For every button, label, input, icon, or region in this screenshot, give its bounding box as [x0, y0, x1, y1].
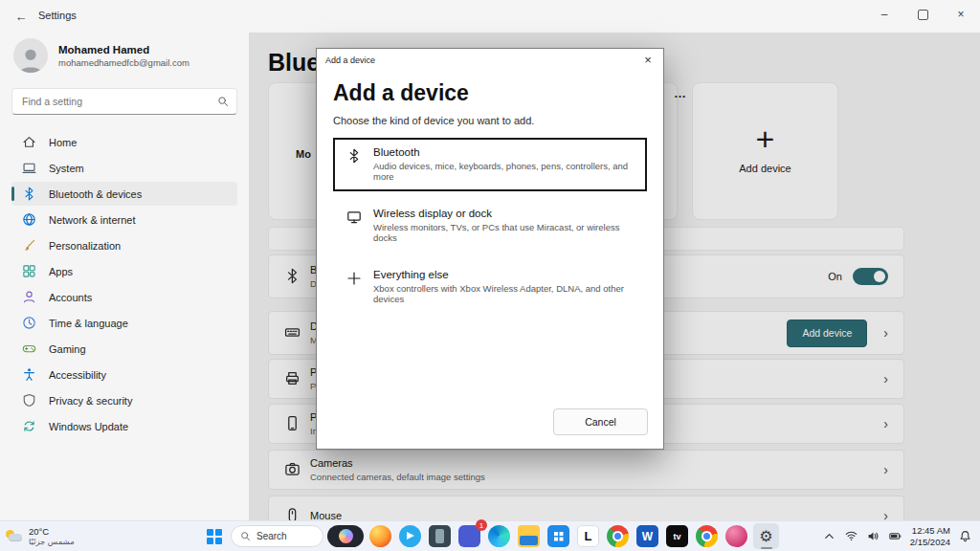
option-bluetooth[interactable]: Bluetooth Audio devices, mice, keyboards…	[333, 138, 647, 191]
close-icon: ×	[644, 53, 652, 67]
start-button[interactable]	[201, 523, 227, 549]
battery-icon[interactable]	[888, 529, 902, 543]
option-everything-else[interactable]: Everything else Xbox controllers with Xb…	[333, 260, 647, 314]
taskbar-app-settings[interactable]: ⚙	[753, 523, 779, 549]
weather-temperature: 20°C	[29, 526, 75, 537]
maximize-icon	[918, 10, 928, 20]
mouse-icon	[284, 507, 301, 521]
toggle-state-label: On	[828, 271, 842, 282]
globe-icon	[21, 212, 36, 228]
display-icon	[346, 209, 363, 226]
plus-icon	[346, 271, 363, 287]
file-explorer-icon	[518, 525, 540, 547]
edge-icon	[488, 525, 510, 547]
dialog-close-button[interactable]: ×	[633, 49, 663, 71]
add-device-button[interactable]: Add device	[787, 320, 867, 347]
hidden-icons-chevron[interactable]	[822, 529, 836, 543]
sidebar-item-time-language[interactable]: Time & language	[11, 311, 237, 335]
sidebar-item-label: Bluetooth & devices	[49, 188, 142, 200]
bluetooth-toggle[interactable]	[853, 268, 888, 285]
sidebar-item-label: Apps	[49, 266, 73, 277]
ellipsis-icon: …	[674, 86, 687, 100]
system-tray: 12:45 AM 2/15/2024	[822, 521, 972, 551]
dialog-titlebar-text: Add a device	[325, 55, 375, 65]
search-input[interactable]	[20, 95, 217, 108]
taskbar-app-tv[interactable]: tv	[664, 523, 690, 549]
clock-time: 12:45 AM	[912, 525, 950, 537]
taskbar-clock[interactable]: 12:45 AM 2/15/2024	[910, 525, 950, 548]
home-icon	[21, 135, 36, 150]
maximize-button[interactable]	[903, 0, 942, 29]
taskbar-app-paint[interactable]	[724, 523, 749, 549]
sidebar-item-privacy-security[interactable]: Privacy & security	[11, 388, 237, 412]
close-icon: ×	[957, 8, 964, 21]
option-wireless-display[interactable]: Wireless display or dock Wireless monito…	[333, 199, 647, 253]
mouse-row[interactable]: Mouse ›	[268, 496, 904, 521]
dialog-heading: Add a device	[333, 80, 647, 106]
taskbar-app-word[interactable]: W	[635, 523, 660, 549]
phone-icon	[284, 415, 301, 432]
taskbar-app-store[interactable]	[546, 523, 571, 549]
sidebar-item-apps[interactable]: Apps	[11, 259, 237, 283]
sidebar-item-accounts[interactable]: Accounts	[11, 285, 237, 309]
sidebar-item-home[interactable]: Home	[11, 130, 237, 154]
sidebar-item-label: Home	[49, 137, 77, 148]
chrome-icon	[696, 525, 718, 547]
sync-icon	[21, 419, 36, 434]
cameras-row[interactable]: Cameras Connected cameras, default image…	[268, 450, 904, 490]
taskbar-app-teams[interactable]: 1	[457, 523, 482, 549]
cancel-button[interactable]: Cancel	[553, 408, 648, 435]
taskbar-app-l[interactable]: L	[575, 523, 601, 549]
option-title: Everything else	[373, 269, 635, 280]
settings-search-box[interactable]	[11, 88, 237, 115]
sidebar-item-personalization[interactable]: Personalization	[11, 233, 237, 257]
volume-icon[interactable]	[866, 529, 880, 543]
taskbar-app-file-explorer[interactable]	[516, 523, 542, 549]
sidebar-item-bluetooth-devices[interactable]: Bluetooth & devices	[11, 182, 237, 206]
sidebar-item-label: Gaming	[49, 343, 86, 355]
add-device-dialog: Add a device × Add a device Choose the k…	[316, 48, 664, 450]
sidebar-item-label: System	[49, 163, 84, 174]
more-options-button[interactable]: …	[668, 84, 693, 101]
window-controls: – ×	[865, 0, 980, 29]
taskbar: 20°C مشمس جزئيًا Search 1 L	[0, 520, 980, 551]
sidebar-item-gaming[interactable]: Gaming	[11, 337, 237, 361]
telegram-icon	[399, 525, 421, 547]
sidebar-item-accessibility[interactable]: Accessibility	[11, 363, 237, 386]
taskbar-app-chrome[interactable]	[605, 523, 631, 549]
close-button[interactable]: ×	[942, 0, 980, 29]
sidebar-item-system[interactable]: System	[11, 156, 237, 180]
system-icon	[21, 161, 36, 176]
row-description: Connected cameras, default image setting…	[310, 472, 485, 482]
sidebar-item-windows-update[interactable]: Windows Update	[11, 414, 237, 438]
notification-bell-icon[interactable]	[958, 529, 972, 543]
weather-widget[interactable]: 20°C مشمس جزئيًا	[6, 524, 75, 548]
sidebar-item-label: Personalization	[49, 240, 121, 252]
add-device-card[interactable]: + Add device	[692, 82, 838, 220]
app-title: Settings	[38, 10, 77, 21]
taskbar-app-firefox[interactable]	[368, 523, 393, 549]
printer-icon	[284, 370, 301, 387]
partly-sunny-icon	[6, 529, 23, 544]
camera-icon	[284, 461, 301, 478]
person-icon	[21, 290, 36, 305]
sidebar-item-network[interactable]: Network & internet	[11, 208, 237, 231]
chevron-right-icon: ›	[883, 325, 888, 341]
taskbar-app-phone-link[interactable]	[427, 523, 453, 549]
taskbar-app-telegram[interactable]	[397, 523, 423, 549]
settings-window: ← Settings – × Mohamed Hamed mohamedhame…	[0, 0, 980, 551]
wifi-icon[interactable]	[844, 529, 858, 543]
taskbar-search[interactable]: Search	[231, 525, 323, 547]
copilot-button[interactable]	[327, 525, 364, 547]
keyboard-icon	[284, 324, 301, 342]
taskbar-app-edge[interactable]	[486, 523, 512, 549]
back-button[interactable]: ←	[8, 6, 34, 27]
taskbar-app-chrome-2[interactable]	[694, 523, 720, 549]
minimize-button[interactable]: –	[865, 0, 903, 29]
apps-grid-icon	[21, 264, 36, 279]
user-profile[interactable]: Mohamed Hamed mohamedhamedfcb@gmail.com	[11, 34, 237, 88]
l-app-icon: L	[577, 525, 599, 547]
sidebar-item-label: Network & internet	[49, 214, 135, 226]
profile-email: mohamedhamedfcb@gmail.com	[58, 57, 189, 68]
weather-condition: مشمس جزئيًا	[29, 537, 75, 546]
